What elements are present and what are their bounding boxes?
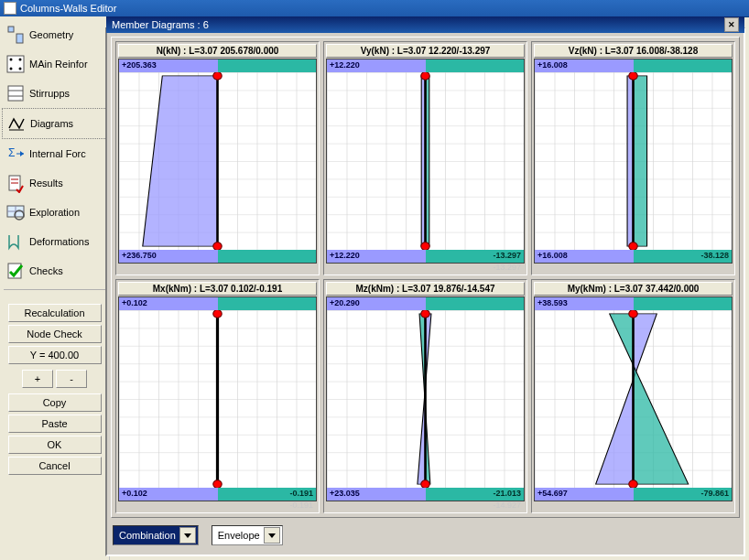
diagram-bottom-values: +23.035 -21.013 [327,488,524,501]
divider [4,289,105,290]
plot-area [535,72,732,250]
diagram-top-values: +20.290 [327,297,524,310]
svg-point-27 [213,242,222,250]
plus-button[interactable]: + [22,370,53,388]
diagram-top-values: +38.593 [535,297,732,310]
diagram-under-value [118,263,317,273]
svg-rect-35 [535,72,634,250]
svg-marker-38 [634,76,647,246]
bottom-right-value [218,250,317,263]
sidebar-item-main-reinfor[interactable]: MAin Reinfor [2,49,107,79]
sidebar-item-geometry[interactable]: Geometry [2,20,107,49]
diagram-cell-Mx: Mx(kNm) : L=3.07 0.102/-0.191 +0.102 +0.… [115,279,320,513]
top-left-value: +16.008 [535,59,634,72]
svg-point-4 [19,59,22,61]
diagram-title: Vz(kN) : L=3.07 16.008/-38.128 [534,44,733,58]
sidebar-item-stirrupps[interactable]: Stirrupps [2,79,107,108]
sidebar-item-label: Internal Forc [29,148,86,159]
diagram-under-value [534,263,733,273]
svg-rect-2 [7,56,24,72]
svg-rect-42 [119,310,218,488]
top-left-value: +20.290 [327,297,426,310]
svg-rect-7 [8,86,23,101]
diagram-cell-N: N(kN) : L=3.07 205.678/0.000 +205.363 +2… [115,41,320,275]
main-window-titlebar: Member Diagrams : 6 ✕ [106,16,744,33]
top-right-value [634,297,733,310]
paste-button[interactable]: Paste [8,415,102,433]
svg-marker-63 [184,533,191,538]
combination-select[interactable]: Combination [113,525,199,545]
diagram-top-values: +205.363 [119,59,316,72]
diagram-title: Mx(kNm) : L=3.07 0.102/-0.191 [118,282,317,296]
copy-button[interactable]: Copy [8,393,102,412]
cancel-button[interactable]: Cancel [8,457,102,475]
svg-rect-0 [8,27,14,32]
svg-point-33 [421,72,429,80]
diagram-title: N(kN) : L=3.07 205.678/0.000 [118,44,317,58]
svg-rect-36 [634,72,733,250]
sidebar-item-checks[interactable]: Checks [2,256,107,285]
svg-point-47 [213,310,222,318]
sidebar-item-exploration[interactable]: Exploration [2,198,107,227]
main-window-title: Member Diagrams : 6 [112,19,209,30]
sidebar-item-label: Exploration [29,207,80,218]
sidebar-item-deformations[interactable]: Deformations [2,227,107,256]
bottom-right-value: -38.128 [634,250,733,263]
sidebar-item-label: Geometry [29,29,73,40]
diagram-cell-Vy: Vy(kN) : L=3.07 12.220/-13.297 +12.220 +… [323,41,527,275]
sidebar-item-internal-forc[interactable]: ΣInternal Forc [2,139,107,168]
sidebar: GeometryMAin ReinforStirruppsDiagramsΣIn… [0,16,110,560]
bottom-left-value: +16.008 [535,250,634,263]
svg-point-34 [421,242,429,250]
bottom-right-value: -0.191 [218,488,317,501]
exploration-icon [5,202,26,222]
close-icon: ✕ [728,20,735,29]
node-check-button[interactable]: Node Check [8,325,102,343]
envelope-select[interactable]: Envelope [212,525,283,545]
svg-rect-50 [426,310,525,488]
top-left-value: +205.363 [119,59,218,72]
svg-point-40 [629,72,637,80]
plot-area [119,72,316,250]
svg-marker-13 [20,151,24,156]
svg-point-62 [629,480,637,488]
svg-rect-1 [16,34,23,43]
y-value-display[interactable]: Y = 400.00 [8,346,102,364]
diagram-cell-My: My(kNm) : L=3.07 37.442/0.000 +38.593 +5… [531,279,735,513]
svg-rect-28 [327,72,426,250]
sidebar-item-label: Checks [29,265,63,276]
top-left-value: +12.220 [327,59,426,72]
diagram-cell-Vz: Vz(kN) : L=3.07 16.008/-38.128 +16.008 +… [531,41,735,275]
sidebar-item-results[interactable]: Results [2,168,107,198]
top-left-value: +0.102 [119,297,218,310]
top-right-value [634,59,733,72]
svg-point-26 [213,72,222,80]
window-title: Columns-Walls Editor [20,3,116,14]
top-right-value [218,297,317,310]
window-titlebar: Columns-Walls Editor [0,0,749,17]
internal-forc-icon: Σ [5,144,26,164]
checks-icon [5,261,26,281]
ok-button[interactable]: OK [8,436,102,454]
app-icon [4,2,16,15]
diagram-bottom-values: +0.102 -0.191 [119,488,316,501]
svg-point-54 [421,310,429,318]
svg-point-6 [19,68,22,70]
recalculation-button[interactable]: Recalculation [8,304,102,322]
sidebar-item-diagrams[interactable]: Diagrams [2,108,107,139]
diagram-plot: +12.220 +12.220 -13.297 [326,59,525,264]
geometry-icon [5,25,26,45]
diagrams-panel: N(kN) : L=3.07 205.678/0.000 +205.363 +2… [111,37,740,518]
svg-point-3 [10,59,13,61]
top-left-value: +38.593 [535,297,634,310]
minus-button[interactable]: - [56,370,87,388]
diagram-cell-Mz: Mz(kNm) : L=3.07 19.876/-14.547 +20.290 … [323,279,527,513]
diagram-plot: +0.102 +0.102 -0.191 [118,296,317,501]
close-button[interactable]: ✕ [724,17,739,32]
diagram-bottom-values: +16.008 -38.128 [535,250,732,263]
svg-rect-29 [426,72,525,250]
diagram-title: Vy(kN) : L=3.07 12.220/-13.297 [326,44,525,58]
diagram-top-values: +12.220 [327,59,524,72]
diagram-under-value: -13.297 [326,263,525,273]
diagrams-grid: N(kN) : L=3.07 205.678/0.000 +205.363 +2… [115,41,735,513]
